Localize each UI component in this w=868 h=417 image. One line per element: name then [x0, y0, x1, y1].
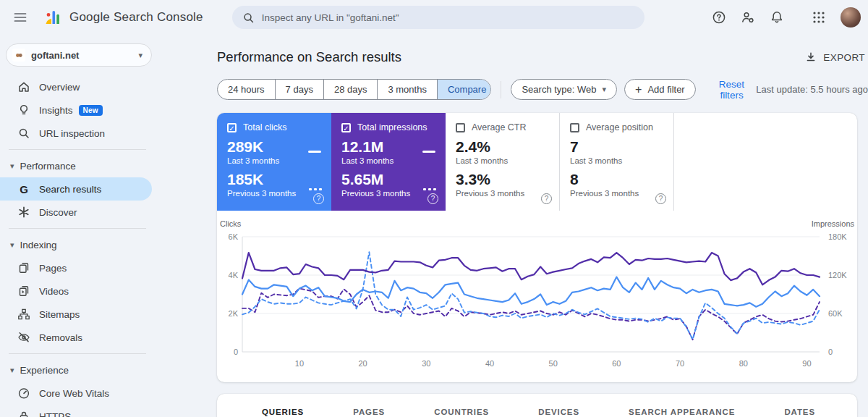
metric-card-total-impressions[interactable]: ✓ Total impressions 12.1M Last 3 months …: [331, 113, 446, 211]
section-indexing[interactable]: ▾ Indexing: [0, 233, 152, 256]
dashed-line-legend-mark: [423, 188, 436, 190]
sidebar-item-overview[interactable]: Overview: [0, 75, 152, 98]
property-selector[interactable]: goftani.net ▾: [6, 43, 152, 67]
section-label: Experience: [20, 365, 69, 376]
help-icon[interactable]: ?: [427, 193, 438, 204]
date-range-28-days[interactable]: 28 days: [323, 80, 378, 99]
add-filter-chip[interactable]: + Add filter: [624, 79, 696, 100]
metric-period: Last 3 months: [341, 156, 437, 165]
sidebar-item-https[interactable]: HTTPS: [0, 405, 152, 417]
tab-pages[interactable]: PAGES: [353, 408, 385, 416]
topbar-actions: [712, 7, 868, 28]
user-settings-icon[interactable]: [741, 10, 755, 25]
metric-value: 7: [570, 139, 665, 155]
help-icon[interactable]: ?: [655, 193, 666, 204]
help-icon[interactable]: ?: [313, 193, 324, 204]
search-type-filter-chip[interactable]: Search type: Web ▾: [511, 79, 617, 100]
metric-card-average-position[interactable]: Average position 7 Last 3 months 8 Previ…: [560, 113, 674, 211]
account-avatar[interactable]: [841, 7, 861, 28]
app-logo[interactable]: Google Search Console: [43, 9, 203, 26]
section-experience[interactable]: ▾ Experience: [0, 358, 152, 382]
search-icon: [242, 12, 255, 24]
date-range-3-months[interactable]: 3 months: [377, 80, 436, 99]
date-range-compare[interactable]: Compare ▾: [437, 80, 492, 99]
sidebar-item-removals[interactable]: Removals: [0, 326, 152, 349]
svg-text:50: 50: [549, 359, 558, 368]
google-apps-grid-icon[interactable]: [812, 10, 826, 25]
checkbox-checked-icon[interactable]: ✓: [341, 123, 351, 132]
svg-text:60: 60: [612, 359, 621, 368]
svg-text:40: 40: [485, 359, 494, 368]
sidebar-item-label: Overview: [39, 82, 80, 93]
export-button[interactable]: EXPORT: [805, 51, 865, 63]
metric-card-average-ctr[interactable]: Average CTR 2.4% Last 3 months 3.3% Prev…: [446, 113, 560, 211]
svg-text:80: 80: [739, 359, 748, 368]
metric-prev-value: 185K: [227, 172, 323, 188]
metric-prev-period: Previous 3 months: [570, 189, 665, 198]
help-icon[interactable]: [712, 10, 726, 25]
lock-icon: [17, 410, 30, 417]
section-performance[interactable]: ▾ Performance: [0, 154, 152, 177]
metric-label: Average position: [586, 122, 653, 132]
svg-text:10: 10: [295, 359, 304, 368]
sidebar-item-label: URL inspection: [39, 128, 105, 139]
home-icon: [17, 80, 30, 93]
tab-dates[interactable]: DATES: [784, 408, 815, 416]
metric-period: Last 3 months: [456, 156, 550, 165]
metric-value: 2.4%: [456, 139, 550, 155]
metric-label: Total clicks: [243, 122, 286, 132]
tab-search-appearance[interactable]: SEARCH APPEARANCE: [629, 408, 735, 416]
sidebar-item-label: Removals: [39, 332, 82, 343]
svg-text:90: 90: [802, 359, 811, 368]
sidebar-item-core-web-vitals[interactable]: Core Web Vitals: [0, 382, 152, 405]
date-range-7-days[interactable]: 7 days: [275, 80, 323, 99]
svg-text:6K: 6K: [229, 232, 239, 241]
svg-text:0: 0: [828, 348, 833, 356]
checkbox-unchecked-icon[interactable]: [456, 123, 465, 132]
notifications-bell-icon[interactable]: [770, 10, 784, 25]
performance-line-chart[interactable]: ClicksImpressions002K60K4K120K6K180K1020…: [217, 211, 857, 382]
svg-text:70: 70: [676, 359, 684, 368]
hamburger-menu-icon[interactable]: [13, 10, 27, 25]
magnifier-icon: [17, 127, 30, 140]
visibility-off-icon: [17, 331, 30, 344]
site-favicon: [12, 49, 25, 62]
property-name: goftani.net: [31, 50, 79, 61]
chevron-down-icon: ▾: [138, 51, 142, 59]
sidebar-item-search-results[interactable]: G Search results: [0, 177, 152, 201]
metric-prev-value: 5.65M: [341, 172, 437, 188]
sidebar-nav: Overview Insights New URL inspection ▾ P…: [0, 75, 152, 417]
metric-period: Last 3 months: [227, 156, 323, 165]
divider: [9, 228, 146, 229]
metric-label: Average CTR: [472, 122, 527, 132]
last-update-text: Last update: 5.5 hours ago: [756, 84, 868, 95]
divider: [501, 81, 501, 98]
reset-filters-link[interactable]: Reset filters: [707, 79, 757, 101]
sidebar-item-videos[interactable]: Videos: [0, 279, 152, 303]
chevron-down-icon: ▾: [603, 85, 607, 93]
google-g-icon: G: [17, 182, 30, 195]
date-range-24-hours[interactable]: 24 hours: [218, 80, 275, 99]
metric-card-total-clicks[interactable]: ✓ Total clicks 289K Last 3 months 185K P…: [217, 113, 331, 211]
tab-devices[interactable]: DEVICES: [538, 408, 579, 416]
sidebar-item-pages[interactable]: Pages: [0, 256, 152, 279]
tab-countries[interactable]: COUNTRIES: [434, 408, 489, 416]
solid-line-legend-mark: [422, 151, 435, 153]
help-icon[interactable]: ?: [541, 193, 552, 204]
main-content: Performance on Search results EXPORT 24 …: [217, 35, 868, 417]
page-header: Performance on Search results EXPORT: [217, 42, 868, 72]
tab-queries[interactable]: QUERIES: [262, 408, 304, 416]
sidebar-item-discover[interactable]: Discover: [0, 201, 152, 224]
checkbox-unchecked-icon[interactable]: [570, 123, 579, 132]
svg-text:120K: 120K: [828, 271, 847, 279]
filter-bar: 24 hours 7 days 28 days 3 months Compare…: [217, 79, 868, 100]
url-inspect-search-input[interactable]: Inspect any URL in "goftani.net": [232, 6, 644, 29]
sidebar-item-sitemaps[interactable]: Sitemaps: [0, 303, 152, 326]
sidebar-item-insights[interactable]: Insights New: [0, 98, 152, 122]
search-console-logo-icon: [43, 9, 62, 26]
metric-cards: ✓ Total clicks 289K Last 3 months 185K P…: [217, 113, 857, 211]
solid-line-legend-mark: [308, 151, 321, 153]
svg-text:180K: 180K: [828, 232, 847, 241]
sidebar-item-url-inspection[interactable]: URL inspection: [0, 122, 152, 145]
checkbox-checked-icon[interactable]: ✓: [227, 123, 237, 132]
